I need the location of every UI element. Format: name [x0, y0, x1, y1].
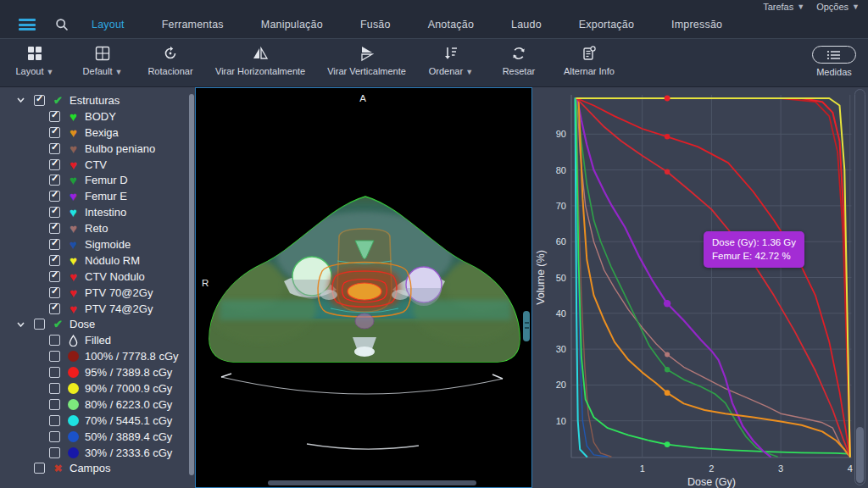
viewport-horizontal-scrollbar[interactable] — [268, 480, 476, 485]
menu-item-laudo[interactable]: Laudo — [511, 19, 542, 30]
tree-item-label[interactable]: 100% / 7778.8 cGy — [85, 350, 179, 363]
tree-item-label[interactable]: CTV Nodulo — [85, 270, 145, 283]
topmenu-opções[interactable]: Opções ▼ — [816, 2, 860, 12]
visibility-checkbox[interactable] — [49, 239, 60, 250]
visibility-checkbox[interactable] — [49, 287, 60, 298]
visibility-checkbox[interactable] — [34, 95, 45, 106]
tree-item-label[interactable]: 95% / 7389.8 cGy — [85, 366, 172, 379]
expander-chevron-icon[interactable] — [15, 97, 25, 103]
visibility-checkbox[interactable] — [49, 399, 60, 410]
x-axis-label: Dose (Gy) — [687, 476, 736, 488]
menu-item-layout[interactable]: Layout — [92, 19, 125, 30]
menu-item-ferramentas[interactable]: Ferramentas — [162, 19, 224, 30]
tree-item-body: ♥BODY — [0, 108, 188, 125]
visibility-checkbox[interactable] — [49, 159, 60, 170]
visibility-checkbox[interactable] — [34, 463, 45, 474]
search-icon[interactable] — [53, 15, 71, 34]
pane-splitter-grip[interactable] — [523, 311, 530, 341]
tree-item-label[interactable]: Reto — [85, 222, 108, 235]
tree-item-label[interactable]: PTV 74@2Gy — [85, 302, 153, 315]
chart-scrollbar-handle[interactable] — [856, 427, 864, 483]
tree-item-label[interactable]: BODY — [85, 110, 116, 123]
tree-item-label[interactable]: Bulbo peniano — [85, 142, 155, 155]
menu-item-manipulação[interactable]: Manipulação — [261, 19, 323, 30]
tree-item-label[interactable]: Campos — [70, 462, 110, 474]
menu-item-anotação[interactable]: Anotação — [428, 19, 474, 30]
tree-item-reto: ♥Reto — [0, 220, 188, 236]
tree-item-label[interactable]: Sigmoide — [85, 238, 131, 251]
hamburger-menu-icon[interactable] — [19, 19, 36, 30]
tree-item-label[interactable]: Estruturas — [70, 94, 120, 107]
toolbar-ordenar[interactable]: Ordenar ▼ — [428, 45, 474, 76]
rotate-icon — [163, 45, 178, 62]
tree-item-n-dulo-rm: ♥Nódulo RM — [0, 252, 188, 269]
chart-vertical-scrollbar[interactable] — [854, 89, 865, 485]
list-icon[interactable] — [812, 46, 856, 64]
toolbar-resetar[interactable]: Resetar — [496, 45, 542, 76]
visibility-checkbox[interactable] — [49, 415, 60, 426]
tree-item-label[interactable]: 30% / 2333.6 cGy — [85, 446, 172, 459]
toolbar-virar-horizontalmente[interactable]: Virar Horizontalmente — [215, 45, 305, 76]
tree-item-30-2333-6-cgy: 30% / 2333.6 cGy — [0, 445, 188, 461]
toolbar-virar-verticalmente[interactable]: Virar Verticalmente — [327, 45, 406, 76]
structure-heart-icon: ♥ — [70, 143, 77, 154]
topmenu-tarefas[interactable]: Tarefas ▼ — [763, 2, 804, 12]
visibility-checkbox[interactable] — [49, 191, 60, 202]
visibility-checkbox[interactable] — [49, 207, 60, 218]
visibility-checkbox[interactable] — [49, 447, 60, 458]
tree-item-label[interactable]: Intestino — [85, 206, 126, 219]
dvh-chart[interactable]: 1020304050607080901234Dose (Gy)Volume (%… — [532, 87, 868, 488]
visibility-checkbox[interactable] — [49, 351, 60, 362]
tree-item-label[interactable]: 70% / 5445.1 cGy — [85, 414, 172, 427]
toolbar-rotacionar[interactable]: Rotacionar — [147, 45, 193, 76]
visibility-checkbox[interactable] — [49, 127, 60, 138]
tree-item-campos: ✖Campos — [0, 460, 188, 476]
visibility-checkbox[interactable] — [49, 303, 60, 314]
visibility-checkbox[interactable] — [34, 319, 45, 330]
tree-item-70-5445-1-cgy: 70% / 5445.1 cGy — [0, 413, 188, 429]
sidebar-vertical-scrollbar[interactable] — [189, 94, 194, 475]
tree-item-label[interactable]: CTV — [85, 158, 107, 171]
visibility-checkbox[interactable] — [49, 383, 60, 394]
tree-item-label[interactable]: PTV 70@2Gy — [85, 286, 153, 299]
visibility-checkbox[interactable] — [49, 111, 60, 122]
tree-item-label[interactable]: Bexiga — [85, 126, 119, 139]
tree-item-label[interactable]: Femur E — [85, 190, 127, 202]
medidas-button[interactable]: Medidas — [812, 46, 856, 77]
svg-text:10: 10 — [556, 416, 566, 426]
tree-item-label[interactable]: 50% / 3889.4 cGy — [85, 430, 172, 443]
expander-chevron-icon[interactable] — [15, 322, 25, 327]
ct-axial-image: A R — [196, 88, 531, 486]
menu-item-impressão[interactable]: Impressão — [671, 19, 722, 30]
tree-item-label[interactable]: Dose — [70, 318, 95, 330]
toolbar-alternar-info[interactable]: Alternar Info — [564, 45, 615, 76]
tree-item-dose: ✔Dose — [0, 316, 188, 332]
tree-item-label[interactable]: 90% / 7000.9 cGy — [85, 382, 172, 395]
y-axis-label: Volume (%) — [535, 250, 547, 305]
tree-item-label[interactable]: Femur D — [85, 174, 128, 186]
visibility-checkbox[interactable] — [49, 431, 60, 442]
menu-item-fusão[interactable]: Fusão — [360, 19, 391, 30]
ct-viewport[interactable]: A R — [195, 87, 532, 488]
toolbar-layout[interactable]: Layout ▼ — [12, 45, 58, 76]
tree-item-label[interactable]: Filled — [85, 334, 111, 347]
svg-text:70: 70 — [556, 201, 566, 211]
visibility-checkbox[interactable] — [49, 143, 60, 154]
visibility-checkbox[interactable] — [49, 223, 60, 234]
visibility-checkbox[interactable] — [49, 271, 60, 282]
tree-item-label[interactable]: 80% / 6223.0 cGy — [85, 398, 172, 411]
visibility-checkbox[interactable] — [49, 367, 60, 378]
toolbar-default[interactable]: Default ▼ — [80, 45, 125, 76]
chevron-down-icon: ▼ — [852, 3, 860, 11]
isodose-circle-icon — [68, 415, 79, 426]
chevron-down-icon: ▼ — [47, 68, 54, 76]
orientation-anterior-label: A — [359, 93, 366, 103]
tree-item-ctv-nodulo: ♥CTV Nodulo — [0, 269, 188, 285]
tree-item-label[interactable]: Nódulo RM — [85, 254, 140, 267]
tree-item-intestino: ♥Intestino — [0, 204, 188, 220]
visibility-checkbox[interactable] — [49, 255, 60, 266]
visibility-checkbox[interactable] — [49, 335, 60, 346]
isodose-circle-icon — [68, 367, 79, 378]
menu-item-exportação[interactable]: Exportação — [579, 19, 634, 30]
visibility-checkbox[interactable] — [49, 175, 60, 186]
